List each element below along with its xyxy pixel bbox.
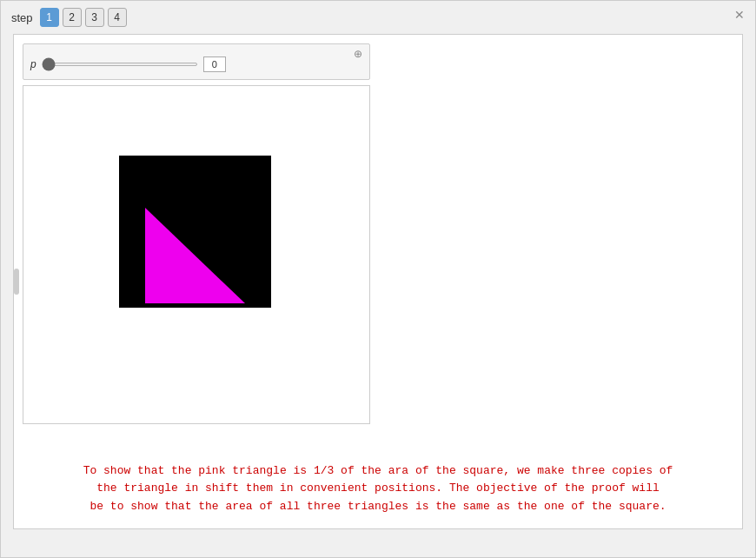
canvas-area	[23, 85, 370, 424]
close-icon[interactable]: ✕	[733, 8, 746, 22]
step-btn-2[interactable]: 2	[63, 8, 82, 27]
description-line1: To show that the pink triangle is 1/3 of…	[83, 464, 673, 477]
slider-panel: ⊕ p 0	[23, 43, 370, 80]
step-btn-1[interactable]: 1	[40, 8, 59, 27]
description-line2: the triangle in shift them in convenient…	[96, 482, 660, 495]
top-bar: step 1 2 3 4	[1, 1, 755, 34]
description-text: To show that the pink triangle is 1/3 of…	[26, 462, 730, 516]
magenta-triangle	[145, 208, 245, 303]
slider-row: p 0	[23, 55, 369, 79]
resize-handle[interactable]	[14, 269, 19, 295]
black-square	[119, 156, 271, 308]
panel-header: ⊕	[23, 44, 369, 55]
step-btn-4[interactable]: 4	[108, 8, 127, 27]
panel-close-icon[interactable]: ⊕	[352, 48, 364, 60]
triangle-svg	[119, 156, 271, 308]
step-btn-3[interactable]: 3	[85, 8, 104, 27]
step-label: step	[11, 11, 33, 24]
p-slider[interactable]	[42, 63, 198, 66]
description-line3: be to show that the area of all three tr…	[90, 500, 666, 513]
slider-value: 0	[203, 56, 226, 72]
app-container: step 1 2 3 4 ✕ ⊕ p 0	[0, 0, 756, 558]
slider-label: p	[30, 58, 36, 70]
main-content-area: ⊕ p 0 To show that the pink triangle is …	[13, 34, 743, 529]
